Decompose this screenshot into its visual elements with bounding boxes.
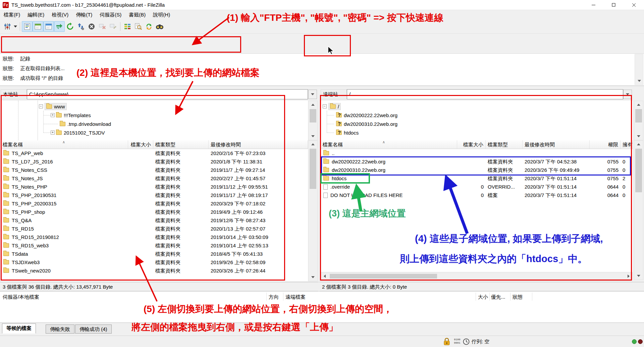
remote-tree-scrollbar[interactable] xyxy=(634,101,643,140)
file-icon xyxy=(323,193,328,198)
menu-file[interactable]: 檔案(F) xyxy=(0,11,24,19)
site-manager-dropdown-icon[interactable] xyxy=(13,21,18,32)
column-header-type[interactable]: 檔案類型 xyxy=(153,140,209,149)
annotation-step4-line1: (4) 這些是子網域位置, 如果要上傳到子網域, xyxy=(415,232,603,246)
queue-header-server-local[interactable]: 伺服器/本地檔案 xyxy=(3,293,39,301)
menu-bookmarks[interactable]: 書籤(B) xyxy=(125,11,149,19)
menu-help[interactable]: 說明(H) xyxy=(149,11,174,19)
local-list-header: 檔案名稱 檔案大小 檔案類型 最後修改時間 xyxy=(1,140,308,149)
tab-failed-transfers[interactable]: 傳輸失敗 xyxy=(46,325,74,334)
table-row[interactable]: TSdata檔案資料夾2018/4/5 下午 05:41:33 xyxy=(1,250,308,258)
table-row[interactable]: TS_LD7_JS_2016檔案資料夾2020/1/8 下午 11:38:31 xyxy=(1,157,308,166)
table-row[interactable]: TS_Q&A檔案資料夾2019/12/6 下午 08:27:43 xyxy=(1,216,308,225)
tree-item-templates[interactable]: + !!!Templates xyxy=(51,111,92,119)
table-row[interactable]: TSweb_new2020檔案資料夾2020/3/26 上午 07:26:44 xyxy=(1,266,308,275)
expand-icon[interactable]: + xyxy=(51,131,55,135)
queue-header-remote-file[interactable]: 遠端檔案 xyxy=(285,293,306,301)
menu-view[interactable]: 檢視(V) xyxy=(48,11,72,19)
queue-header-status[interactable]: 狀態 xyxy=(513,293,523,301)
menu-transfer[interactable]: 傳輸(T) xyxy=(72,11,96,19)
log-status-label: 狀態: xyxy=(3,74,19,83)
column-header-size[interactable]: 檔案大小 xyxy=(457,140,486,149)
queue-header-size[interactable]: 大小 xyxy=(478,293,488,301)
table-row-parent-dir[interactable]: .. xyxy=(321,149,633,157)
minimize-button[interactable] xyxy=(584,0,604,10)
tree-item-dw20200222[interactable]: dw20200222.22web.org xyxy=(335,111,399,119)
folder-icon xyxy=(323,151,329,155)
tree-item-htdocs[interactable]: htdocs xyxy=(335,128,360,137)
folder-icon xyxy=(46,104,52,109)
filename-filters-icon[interactable] xyxy=(133,21,144,32)
directory-comparison-icon[interactable] xyxy=(122,21,133,32)
remote-horizontal-scrollbar[interactable] xyxy=(321,272,633,280)
local-path-combo[interactable]: C:\AppServ\www\ xyxy=(27,89,308,99)
column-header-name[interactable]: 檔案名稱 xyxy=(321,140,457,149)
table-row[interactable]: TS_RD15檔案資料夾2020/1/13 上午 02:57:07 xyxy=(1,225,308,233)
table-row[interactable]: .override0OVERRID...2020/3/7 下午 01:51:14… xyxy=(321,183,633,191)
column-header-permissions[interactable]: 權限 xyxy=(590,140,621,149)
table-row[interactable]: TS_RD15_web3檔案資料夾2019/10/14 上午 02:55:13 xyxy=(1,241,308,250)
site-manager-icon[interactable] xyxy=(2,21,13,32)
local-tree-scrollbar[interactable] xyxy=(308,101,318,140)
toggle-remote-tree-icon[interactable] xyxy=(43,21,54,32)
tree-item-label: htdocs xyxy=(344,130,359,136)
disconnect-icon[interactable] xyxy=(97,21,108,32)
table-row-htdocs[interactable]: htdocs檔案資料夾2020/3/7 下午 01:51:1407552 xyxy=(321,174,633,183)
remote-path-dropdown[interactable] xyxy=(623,90,632,99)
maximize-icon xyxy=(612,3,616,7)
column-header-size[interactable]: 檔案大小 xyxy=(128,140,153,149)
tab-queued-files[interactable]: 等候的檔案 xyxy=(2,324,36,334)
column-header-modified[interactable]: 最後修改時間 xyxy=(523,140,590,149)
tree-item-dw20200310[interactable]: dw20200310.22web.org xyxy=(335,119,399,128)
table-row[interactable]: TS_Notes_CSS檔案資料夾2019/11/7 上午 09:27:14 xyxy=(1,166,308,174)
refresh-icon[interactable] xyxy=(65,21,75,32)
table-row[interactable]: TS_Notes_PHP檔案資料夾2019/11/12 上午 09:55:51 xyxy=(1,183,308,191)
queue-header-priority[interactable]: 優先... xyxy=(491,293,505,301)
speed-limits-icon xyxy=(463,338,470,345)
maximize-button[interactable] xyxy=(604,0,624,10)
toggle-transfer-queue-icon[interactable] xyxy=(54,21,65,32)
column-header-modified[interactable]: 最後修改時間 xyxy=(209,140,308,149)
tree-item-www[interactable]: − www xyxy=(39,102,66,111)
toggle-local-tree-icon[interactable] xyxy=(33,21,43,32)
collapse-icon[interactable]: − xyxy=(39,104,43,108)
queue-header-direction[interactable]: 方向 xyxy=(269,293,279,301)
remote-list-scrollbar[interactable] xyxy=(634,140,643,280)
queue-size-status: 佇列: 空 xyxy=(472,338,489,345)
table-row[interactable]: TS_APP_web檔案資料夾2020/2/16 下午 07:23:03 xyxy=(1,149,308,157)
table-row[interactable]: dw20200310.22web.org檔案資料夾2020/3/26 下午 09… xyxy=(321,166,633,174)
menu-server[interactable]: 伺服器(S) xyxy=(96,11,125,19)
local-list-scrollbar[interactable] xyxy=(308,140,318,281)
tree-item-20151002[interactable]: + 20151002_TSJDV xyxy=(51,128,106,137)
cancel-operation-icon[interactable] xyxy=(86,21,97,32)
remote-path-combo[interactable]: / xyxy=(347,89,623,99)
expand-icon[interactable]: + xyxy=(51,113,55,117)
local-path-dropdown[interactable] xyxy=(308,90,317,99)
table-row[interactable]: TS_PHP_shop檔案資料夾2019/4/9 上午 09:12:46 xyxy=(1,208,308,216)
toggle-message-log-icon[interactable] xyxy=(22,21,33,32)
tree-item-root[interactable]: − / xyxy=(323,102,340,111)
folder-icon xyxy=(3,151,9,155)
synchronized-browsing-icon[interactable] xyxy=(144,21,154,32)
collapse-icon[interactable]: − xyxy=(323,104,327,108)
local-dir-summary: 3 個檔案與 36 個目錄. 總共大小: 13,457,971 Byte xyxy=(0,282,319,291)
local-site-label: 本地站台: xyxy=(1,89,27,99)
table-row[interactable]: TS_Notes_JS檔案資料夾2020/2/27 上午 01:45:57 xyxy=(1,174,308,183)
column-header-owner[interactable]: 擁有... xyxy=(621,140,633,149)
close-button[interactable] xyxy=(624,0,644,10)
table-row[interactable]: TS_RD15_20190812檔案資料夾2019/10/14 上午 03:50… xyxy=(1,233,308,241)
table-row[interactable]: dw20200222.22web.org檔案資料夾2020/3/7 下午 04:… xyxy=(321,157,633,166)
log-scrollbar[interactable] xyxy=(635,54,643,85)
table-row[interactable]: TS_PHP_20200315檔案資料夾2020/3/29 下午 07:18:0… xyxy=(1,199,308,208)
column-header-type[interactable]: 檔案類型 xyxy=(486,140,523,149)
tree-item-tmp-drivedownload[interactable]: .tmp.drivedownload xyxy=(58,119,112,128)
tree-item-label: www xyxy=(54,104,65,109)
table-row[interactable]: TS_PHP_20190531檔案資料夾2019/11/17 上午 08:19:… xyxy=(1,191,308,199)
tab-successful-transfers[interactable]: 傳輸成功 (4) xyxy=(75,325,112,334)
find-files-icon[interactable] xyxy=(154,21,165,32)
reconnect-icon[interactable] xyxy=(108,21,118,32)
table-row[interactable]: TSJDXweb3檔案資料夾2019/9/26 上午 02:58:09 xyxy=(1,258,308,266)
table-row[interactable]: DO NOT UPLOAD FILES HERE0檔案2020/3/7 下午 0… xyxy=(321,191,633,199)
menu-edit[interactable]: 編輯(E) xyxy=(24,11,48,19)
process-queue-icon[interactable] xyxy=(75,21,86,32)
